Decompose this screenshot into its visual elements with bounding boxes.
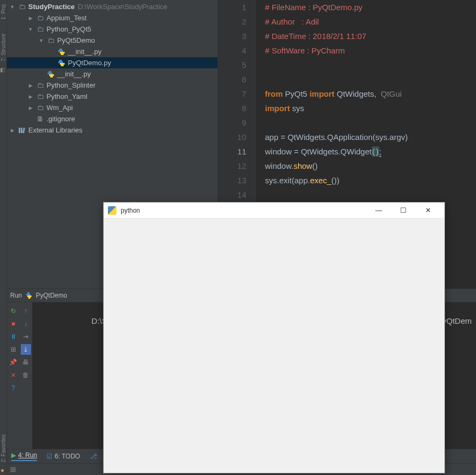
popup-titlebar[interactable]: python — ☐ ✕ (104, 203, 444, 219)
tree-item-label: Python_Yaml (46, 92, 87, 100)
tree-item-label: Appium_Test (46, 14, 87, 22)
gutter-project[interactable]: 1: Proj (1, 2, 6, 22)
folder-icon: 🗀 (18, 3, 26, 11)
tree-arrow-icon[interactable]: ▶ (27, 82, 34, 89)
tree-item[interactable]: ▶🗀Python_Yaml (7, 91, 217, 102)
tree-item-label: .gitignore (46, 115, 75, 123)
tree-arrow-icon[interactable]: ▼ (38, 37, 44, 44)
maximize-button[interactable]: ☐ (391, 203, 416, 219)
minimize-button[interactable]: — (366, 203, 391, 219)
tree-item[interactable]: 🗎.gitignore (7, 113, 217, 124)
folder-icon: 🗀 (36, 92, 44, 101)
python-file-icon (46, 70, 55, 79)
chevron-down-icon[interactable]: ▼ (9, 4, 15, 10)
folder-icon: 🗀 (36, 81, 44, 90)
soft-wrap-button[interactable]: ⇥ (21, 331, 32, 342)
tree-item[interactable]: __init__.py (7, 68, 217, 80)
tree-item[interactable]: ▶🗀Appium_Test (7, 12, 217, 24)
up-button[interactable]: ↑ (21, 306, 32, 316)
popup-title: python (121, 207, 140, 214)
svg-rect-2 (22, 127, 25, 133)
tree-item[interactable]: ▶🗀Python_Splinter (7, 80, 217, 91)
stop-button[interactable]: ■ (8, 318, 19, 329)
tree-arrow-icon (27, 116, 34, 122)
scroll-button[interactable]: ⤓ (21, 344, 32, 355)
status-icon[interactable]: ⊞ (10, 465, 16, 473)
close-button[interactable]: ✕ (8, 370, 19, 380)
tree-item[interactable]: ▼🗀PyQt5Demo (7, 35, 217, 46)
tree-root[interactable]: ▼ 🗀 StudyPractice D:\WorkSpace\StudyPrac… (7, 1, 217, 12)
tree-item[interactable]: ▼🗀Python_PyQt5 (7, 24, 217, 35)
tree-arrow-icon[interactable]: ▶ (27, 105, 34, 111)
print-button[interactable]: 🖶 (21, 357, 32, 368)
tree-external-libs-label: External Libraries (28, 126, 82, 134)
tree-root-label: StudyPractice (28, 3, 75, 11)
pyqt-window[interactable]: python — ☐ ✕ (103, 202, 445, 473)
vcs-icon: ⎇ (90, 453, 97, 460)
layout-button[interactable]: ⊞ (8, 344, 19, 355)
run-config-name: PyQtDemo (36, 292, 67, 299)
svg-rect-1 (21, 128, 22, 133)
bottom-todo[interactable]: ☑ 6: TODO (46, 453, 80, 460)
bottom-run[interactable]: ▶ 4: Run (11, 451, 37, 461)
tree-arrow-icon[interactable]: ▶ (27, 15, 34, 21)
popup-body (104, 219, 444, 473)
folder-icon: 🗀 (36, 25, 44, 34)
tree-arrow-icon (49, 49, 55, 55)
gutter-favorites[interactable]: 2: Favorites (1, 432, 6, 464)
tree-item-label: __init__.py (57, 70, 91, 78)
tree-item-label: PyQtDemo.py (68, 59, 111, 67)
tree-item-label: Wm_Api (46, 104, 73, 112)
tree-external-libs[interactable]: ▶ External Libraries (7, 124, 217, 136)
folder-icon: 🗀 (46, 36, 55, 45)
structure-icon: ◧ (0, 67, 6, 73)
todo-icon: ☑ (46, 453, 52, 460)
gutter-structure[interactable]: 7: Structure (1, 32, 6, 64)
tree-arrow-icon (49, 60, 55, 66)
folder-icon: 🗀 (36, 104, 44, 112)
play-icon: ▶ (11, 451, 16, 459)
tree-item[interactable]: PyQtDemo.py (7, 57, 217, 68)
python-icon (25, 292, 33, 299)
star-icon: ★ (0, 468, 6, 474)
run-toolbar: ↻ ↑ ■ ↓ ⏸ ⇥ ⊞ ⤓ (7, 302, 33, 449)
tree-item-label: PyQt5Demo (57, 36, 95, 44)
down-button[interactable]: ↓ (21, 318, 32, 329)
pin-button[interactable]: 📌 (8, 357, 19, 368)
tree-arrow-icon[interactable]: ▼ (27, 26, 34, 33)
rerun-button[interactable]: ↻ (8, 306, 19, 316)
tree-item[interactable]: __init__.py (7, 46, 217, 57)
folder-icon: 🗀 (36, 14, 44, 22)
svg-rect-0 (19, 128, 20, 133)
pause-button[interactable]: ⏸ (8, 331, 19, 342)
help-button[interactable]: ? (8, 383, 19, 393)
tree-item[interactable]: ▶🗀Wm_Api (7, 102, 217, 113)
run-header-label: Run (10, 292, 22, 299)
python-file-icon (57, 59, 66, 67)
tree-item-label: __init__.py (68, 48, 102, 56)
trash-button[interactable]: 🗑 (21, 370, 32, 380)
library-icon (18, 126, 26, 135)
tree-arrow-icon[interactable]: ▶ (27, 94, 34, 100)
close-window-button[interactable]: ✕ (416, 203, 440, 219)
file-icon: 🗎 (36, 115, 44, 123)
python-file-icon (57, 48, 66, 56)
chevron-right-icon[interactable]: ▶ (9, 127, 15, 134)
tree-root-path: D:\WorkSpace\StudyPractice (78, 3, 167, 11)
python-app-icon (108, 206, 116, 215)
tree-item-label: Python_PyQt5 (46, 25, 91, 33)
bottom-vcs[interactable]: ⎇ (90, 453, 97, 460)
tree-item-label: Python_Splinter (46, 81, 96, 89)
tree-arrow-icon (38, 71, 44, 77)
tool-window-gutter: 1: Proj 7: Structure ◧ 2: Favorites ★ (0, 0, 7, 475)
